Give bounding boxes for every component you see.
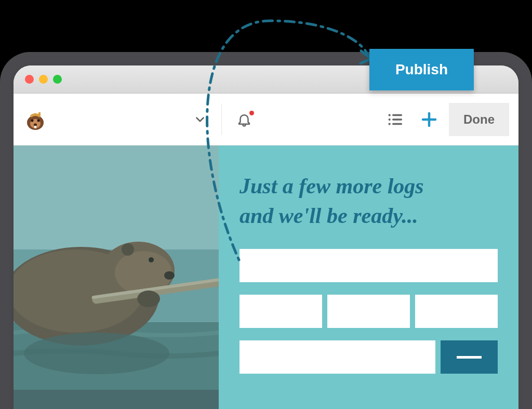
notifications-button[interactable]: [236, 112, 252, 127]
text-input[interactable]: [240, 249, 498, 282]
text-input[interactable]: [415, 295, 498, 328]
svg-point-2: [31, 119, 34, 122]
beaver-logo[interactable]: [23, 107, 48, 132]
headline-line-2: and we'll be ready...: [240, 201, 498, 231]
browser-window: Done: [14, 65, 518, 409]
done-button[interactable]: Done: [449, 103, 509, 136]
publish-button[interactable]: Publish: [369, 49, 474, 90]
outline-list-button[interactable]: [387, 111, 404, 128]
form-row-2: [240, 295, 498, 328]
form-row-3: [240, 340, 498, 374]
svg-point-9: [389, 123, 391, 125]
headline-line-1: Just a few more logs: [240, 171, 498, 201]
svg-rect-6: [38, 112, 41, 116]
hero-headline: Just a few more logs and we'll be ready.…: [240, 171, 498, 230]
svg-rect-24: [14, 146, 219, 390]
text-input[interactable]: [240, 340, 435, 374]
submit-button[interactable]: [441, 340, 498, 374]
hero-text-panel: Just a few more logs and we'll be ready.…: [219, 146, 518, 409]
svg-point-8: [389, 118, 391, 120]
device-frame: Done: [0, 52, 532, 409]
notification-badge: [249, 111, 254, 115]
text-input[interactable]: [327, 295, 410, 328]
maximize-window-button[interactable]: [53, 75, 62, 84]
minimize-window-button[interactable]: [39, 75, 48, 84]
page-content: Just a few more logs and we'll be ready.…: [14, 146, 518, 409]
svg-point-7: [389, 114, 391, 116]
app-toolbar: Done: [14, 94, 518, 146]
add-button[interactable]: [420, 110, 438, 129]
done-label: Done: [463, 112, 495, 126]
toolbar-divider: [221, 104, 222, 135]
svg-point-3: [37, 119, 40, 122]
publish-label: Publish: [395, 61, 448, 77]
svg-point-4: [34, 123, 37, 126]
text-input[interactable]: [240, 295, 322, 328]
form-row-1: [240, 249, 498, 282]
chevron-down-icon[interactable]: [193, 113, 207, 126]
submit-icon: [457, 356, 482, 359]
close-window-button[interactable]: [25, 75, 34, 84]
svg-rect-5: [34, 126, 36, 128]
hero-image: [14, 146, 219, 409]
